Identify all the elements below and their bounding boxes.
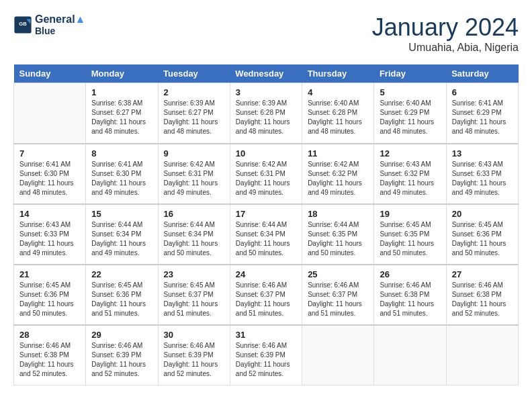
page-header: GB General▲ Blue January 2024 Umuahia, A… [13,13,519,54]
calendar-cell: 15Sunrise: 6:44 AM Sunset: 6:34 PM Dayli… [86,204,158,265]
day-info: Sunrise: 6:39 AM Sunset: 6:27 PM Dayligh… [164,99,224,136]
day-number: 19 [380,209,440,219]
day-info: Sunrise: 6:46 AM Sunset: 6:39 PM Dayligh… [91,341,152,379]
month-title: January 2024 [372,13,519,42]
svg-text:GB: GB [19,21,27,27]
day-info: Sunrise: 6:40 AM Sunset: 6:28 PM Dayligh… [308,99,368,136]
weekday-header: Thursday [302,64,374,83]
day-info: Sunrise: 6:41 AM Sunset: 6:30 PM Dayligh… [19,160,80,197]
day-number: 24 [236,269,296,279]
day-info: Sunrise: 6:42 AM Sunset: 6:31 PM Dayligh… [164,160,224,197]
day-info: Sunrise: 6:42 AM Sunset: 6:31 PM Dayligh… [236,160,296,197]
weekday-header: Tuesday [158,64,230,83]
day-number: 21 [19,269,80,279]
day-info: Sunrise: 6:45 AM Sunset: 6:35 PM Dayligh… [380,220,440,258]
day-info: Sunrise: 6:46 AM Sunset: 6:38 PM Dayligh… [452,281,513,318]
calendar-cell: 25Sunrise: 6:46 AM Sunset: 6:37 PM Dayli… [302,265,374,325]
calendar-cell: 30Sunrise: 6:46 AM Sunset: 6:39 PM Dayli… [158,325,230,385]
day-info: Sunrise: 6:38 AM Sunset: 6:27 PM Dayligh… [91,99,152,136]
weekday-header: Sunday [14,64,86,83]
calendar-week-row: 1Sunrise: 6:38 AM Sunset: 6:27 PM Daylig… [14,83,519,144]
day-number: 3 [236,87,296,97]
day-number: 30 [164,330,224,340]
day-info: Sunrise: 6:42 AM Sunset: 6:32 PM Dayligh… [308,160,368,197]
day-number: 9 [164,148,224,158]
calendar-cell: 31Sunrise: 6:46 AM Sunset: 6:39 PM Dayli… [230,325,302,385]
calendar-cell: 21Sunrise: 6:45 AM Sunset: 6:36 PM Dayli… [14,265,86,325]
logo: GB General▲ Blue [13,13,85,36]
day-info: Sunrise: 6:46 AM Sunset: 6:38 PM Dayligh… [19,341,80,379]
calendar-cell: 17Sunrise: 6:44 AM Sunset: 6:34 PM Dayli… [230,204,302,265]
day-info: Sunrise: 6:44 AM Sunset: 6:34 PM Dayligh… [164,220,224,258]
calendar-cell: 4Sunrise: 6:40 AM Sunset: 6:28 PM Daylig… [302,83,374,144]
weekday-header: Wednesday [230,64,302,83]
day-info: Sunrise: 6:46 AM Sunset: 6:39 PM Dayligh… [164,341,224,379]
calendar-week-row: 7Sunrise: 6:41 AM Sunset: 6:30 PM Daylig… [14,144,519,204]
day-number: 23 [164,269,224,279]
calendar-cell: 6Sunrise: 6:41 AM Sunset: 6:29 PM Daylig… [446,83,518,144]
day-info: Sunrise: 6:44 AM Sunset: 6:34 PM Dayligh… [91,220,152,258]
day-number: 26 [380,269,440,279]
day-number: 28 [19,330,80,340]
day-number: 29 [91,330,152,340]
calendar-cell: 10Sunrise: 6:42 AM Sunset: 6:31 PM Dayli… [230,144,302,204]
calendar-week-row: 14Sunrise: 6:43 AM Sunset: 6:33 PM Dayli… [14,204,519,265]
calendar-cell: 12Sunrise: 6:43 AM Sunset: 6:32 PM Dayli… [374,144,446,204]
day-number: 27 [452,269,513,279]
calendar-cell [374,325,446,385]
calendar-cell [302,325,374,385]
day-number: 11 [308,148,368,158]
calendar-cell: 18Sunrise: 6:44 AM Sunset: 6:35 PM Dayli… [302,204,374,265]
day-info: Sunrise: 6:40 AM Sunset: 6:29 PM Dayligh… [380,99,440,136]
day-number: 16 [164,209,224,219]
calendar-cell: 7Sunrise: 6:41 AM Sunset: 6:30 PM Daylig… [14,144,86,204]
day-number: 31 [236,330,296,340]
day-info: Sunrise: 6:45 AM Sunset: 6:36 PM Dayligh… [452,220,513,258]
calendar-cell: 16Sunrise: 6:44 AM Sunset: 6:34 PM Dayli… [158,204,230,265]
calendar-cell: 3Sunrise: 6:39 AM Sunset: 6:28 PM Daylig… [230,83,302,144]
calendar-cell: 26Sunrise: 6:46 AM Sunset: 6:38 PM Dayli… [374,265,446,325]
calendar-cell: 19Sunrise: 6:45 AM Sunset: 6:35 PM Dayli… [374,204,446,265]
logo-icon: GB [13,15,32,34]
day-number: 7 [19,148,80,158]
calendar-cell: 1Sunrise: 6:38 AM Sunset: 6:27 PM Daylig… [86,83,158,144]
day-number: 8 [91,148,152,158]
weekday-header: Monday [86,64,158,83]
calendar-cell [446,325,518,385]
location: Umuahia, Abia, Nigeria [372,42,519,54]
calendar-cell: 5Sunrise: 6:40 AM Sunset: 6:29 PM Daylig… [374,83,446,144]
calendar-cell: 29Sunrise: 6:46 AM Sunset: 6:39 PM Dayli… [86,325,158,385]
day-number: 12 [380,148,440,158]
calendar-cell: 27Sunrise: 6:46 AM Sunset: 6:38 PM Dayli… [446,265,518,325]
day-number: 5 [380,87,440,97]
day-info: Sunrise: 6:44 AM Sunset: 6:34 PM Dayligh… [236,220,296,258]
day-number: 1 [91,87,152,97]
day-info: Sunrise: 6:41 AM Sunset: 6:30 PM Dayligh… [91,160,152,197]
calendar-cell: 8Sunrise: 6:41 AM Sunset: 6:30 PM Daylig… [86,144,158,204]
day-number: 20 [452,209,513,219]
day-info: Sunrise: 6:39 AM Sunset: 6:28 PM Dayligh… [236,99,296,136]
day-number: 13 [452,148,513,158]
calendar-cell: 2Sunrise: 6:39 AM Sunset: 6:27 PM Daylig… [158,83,230,144]
day-info: Sunrise: 6:45 AM Sunset: 6:37 PM Dayligh… [164,281,224,318]
calendar-cell: 13Sunrise: 6:43 AM Sunset: 6:33 PM Dayli… [446,144,518,204]
day-info: Sunrise: 6:46 AM Sunset: 6:38 PM Dayligh… [380,281,440,318]
day-info: Sunrise: 6:43 AM Sunset: 6:32 PM Dayligh… [380,160,440,197]
day-number: 17 [236,209,296,219]
day-info: Sunrise: 6:46 AM Sunset: 6:37 PM Dayligh… [236,281,296,318]
calendar-week-row: 21Sunrise: 6:45 AM Sunset: 6:36 PM Dayli… [14,265,519,325]
day-number: 14 [19,209,80,219]
day-number: 22 [91,269,152,279]
day-info: Sunrise: 6:45 AM Sunset: 6:36 PM Dayligh… [19,281,80,318]
day-info: Sunrise: 6:43 AM Sunset: 6:33 PM Dayligh… [19,220,80,258]
calendar-cell: 14Sunrise: 6:43 AM Sunset: 6:33 PM Dayli… [14,204,86,265]
day-info: Sunrise: 6:41 AM Sunset: 6:29 PM Dayligh… [452,99,513,136]
day-number: 6 [452,87,513,97]
day-number: 2 [164,87,224,97]
day-info: Sunrise: 6:46 AM Sunset: 6:39 PM Dayligh… [236,341,296,379]
calendar-cell: 9Sunrise: 6:42 AM Sunset: 6:31 PM Daylig… [158,144,230,204]
day-info: Sunrise: 6:45 AM Sunset: 6:36 PM Dayligh… [91,281,152,318]
calendar-cell: 24Sunrise: 6:46 AM Sunset: 6:37 PM Dayli… [230,265,302,325]
day-info: Sunrise: 6:43 AM Sunset: 6:33 PM Dayligh… [452,160,513,197]
calendar-week-row: 28Sunrise: 6:46 AM Sunset: 6:38 PM Dayli… [14,325,519,385]
